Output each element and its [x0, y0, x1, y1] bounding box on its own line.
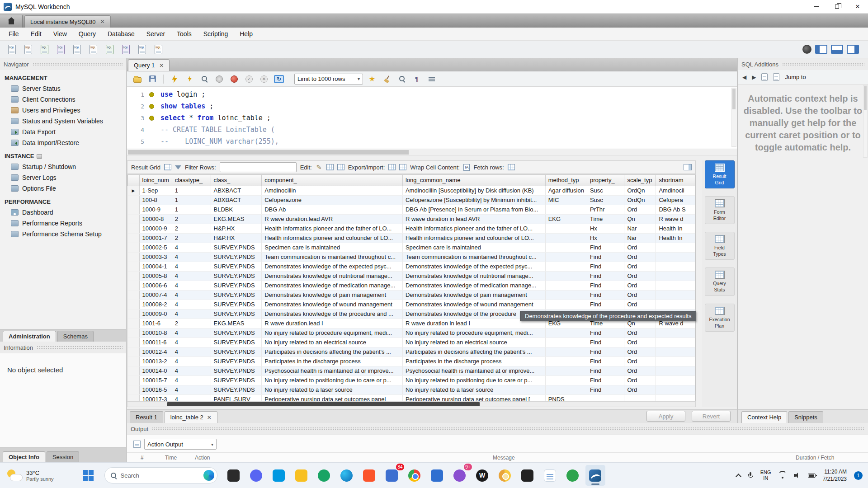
row-selector[interactable]	[128, 328, 140, 338]
tab-snippets[interactable]: Snippets	[788, 411, 823, 423]
grid-cell[interactable]: SURVEY.PNDS	[211, 338, 262, 347]
grid-cell[interactable]	[624, 394, 656, 401]
grid-cell[interactable]: Agar diffusion	[545, 186, 587, 195]
grid-cell[interactable]	[545, 385, 587, 394]
sql-additions-scrollbar[interactable]	[863, 85, 868, 158]
grid-cell[interactable]: Find	[587, 262, 624, 271]
grid-cell[interactable]: SURVEY.PNDS	[211, 262, 262, 271]
grid-cell[interactable]: Find	[587, 281, 624, 290]
sidebar-item-client-connections[interactable]: Client Connections	[0, 94, 126, 105]
grid-cell[interactable]: Ord	[624, 357, 656, 366]
filter-rows-input[interactable]	[220, 162, 297, 172]
weather-widget[interactable]: 33°C Partly sunny	[0, 463, 60, 488]
grid-cell[interactable]: SURVEY.PNDS	[211, 366, 262, 375]
grid-cell[interactable]: Amdinocil	[656, 186, 695, 195]
revert-button[interactable]: Revert	[692, 411, 731, 422]
taskbar-icon-camtasia[interactable]	[314, 465, 334, 486]
grid-cell[interactable]: SURVEY.PNDS	[211, 375, 262, 385]
clock[interactable]: 11:20 AM 7/21/2023	[823, 468, 847, 483]
code-line[interactable]: 5-- LOINC_NUM varchar(255),	[127, 136, 737, 147]
grid-cell[interactable]: DBG Ab	[262, 205, 403, 214]
save-script-icon[interactable]	[146, 74, 158, 84]
grid-cell[interactable]: Amdinocillin	[262, 186, 403, 195]
edit-record-icon[interactable]: ✎	[316, 164, 323, 170]
grid-cell[interactable]: Ord	[624, 243, 656, 252]
grid-cell[interactable]: Health informatics pioneer and the fathe…	[262, 224, 403, 233]
grid-cell[interactable]: Ord	[624, 328, 656, 338]
taskbar-icon-vscode[interactable]	[269, 465, 289, 486]
toggle-stop-on-error-icon[interactable]	[228, 74, 240, 84]
editor-vertical-scrollbar[interactable]	[731, 88, 736, 147]
grid-cell[interactable]: Ord	[624, 281, 656, 290]
close-button[interactable]: ✕	[847, 0, 868, 13]
menu-database[interactable]: Database	[102, 28, 141, 40]
sql-editor[interactable]: 1use login ;2show tables ;3select * from…	[127, 87, 737, 149]
grid-cell[interactable]: EKG	[545, 214, 587, 224]
grid-cell[interactable]: Find	[587, 357, 624, 366]
grid-cell[interactable]: Find	[587, 328, 624, 338]
grid-cell[interactable]: Health In	[656, 224, 695, 233]
grid-cell[interactable]: SURVEY.PNDS	[211, 309, 262, 319]
grid-cell[interactable]: R wave d	[656, 214, 695, 224]
query-tab[interactable]: Query 1 ✕	[128, 59, 170, 71]
grid-cell[interactable]: 100004-1	[139, 262, 172, 271]
notification-badge[interactable]: 1	[854, 471, 863, 480]
code-line[interactable]: 1use login ;	[127, 89, 737, 100]
grid-cell[interactable]: Psychosocial health is maintained at or …	[402, 366, 545, 375]
grid-cell[interactable]	[545, 205, 587, 214]
grid-cell[interactable]	[656, 252, 695, 262]
grid-cell[interactable]	[545, 300, 587, 309]
grid-cell[interactable]	[545, 366, 587, 375]
taskbar-icon-edge[interactable]	[337, 465, 357, 486]
create-view-icon[interactable]	[86, 42, 100, 56]
jump-to-label[interactable]: Jump to	[785, 74, 806, 80]
execute-query-icon[interactable]	[169, 74, 180, 84]
delete-row-icon[interactable]	[337, 164, 344, 170]
query-stats-button[interactable]: QueryStats	[705, 267, 735, 296]
grid-cell[interactable]: Ord	[624, 347, 656, 357]
grid-cell[interactable]: 2	[172, 233, 211, 243]
grid-cell[interactable]: Nar	[624, 233, 656, 243]
taskbar-icon-mail[interactable]: 84	[382, 465, 402, 486]
column-header-method-typ[interactable]: method_typ	[545, 175, 587, 186]
grid-cell[interactable]: R wave duration.lead I	[262, 319, 403, 328]
show-invisibles-icon[interactable]: ¶	[411, 74, 423, 84]
search-table-data-icon[interactable]	[135, 42, 149, 56]
grid-cell[interactable]: 4	[172, 385, 211, 394]
grid-cell[interactable]: DBG Ab S	[656, 205, 695, 214]
toggle-left-panel-icon[interactable]	[815, 45, 827, 54]
commit-icon[interactable]: ✓	[243, 74, 255, 84]
grid-cell[interactable]: 2	[172, 319, 211, 328]
language-indicator[interactable]: ENG IN	[760, 469, 771, 481]
menu-query[interactable]: Query	[73, 28, 102, 40]
stop-query-icon[interactable]	[213, 74, 225, 84]
grid-cell[interactable]: Ord	[624, 366, 656, 375]
grid-cell[interactable]: Perioperative nursing data set outcomes …	[262, 394, 403, 401]
grid-cell[interactable]: SURVEY.PNDS	[211, 328, 262, 338]
form-editor-button[interactable]: FormEditor	[705, 196, 735, 224]
sidebar-item-data-export[interactable]: Data Export	[0, 127, 126, 137]
grid-cell[interactable]	[656, 271, 695, 281]
sidebar-item-status-and-system-variables[interactable]: Status and System Variables	[0, 116, 126, 127]
grid-cell[interactable]: 4	[172, 262, 211, 271]
grid-cell[interactable]	[545, 271, 587, 281]
grid-cell[interactable]: Team communication is maintained through…	[262, 252, 403, 262]
toggle-auto-help-icon[interactable]	[773, 73, 779, 81]
grid-cell[interactable]: Amdinocillin [Susceptibility] by Disk di…	[402, 186, 545, 195]
row-selector[interactable]	[128, 290, 140, 300]
back-arrow-icon[interactable]: ◀	[742, 74, 746, 80]
grid-cell[interactable]: SURVEY.PNDS	[211, 357, 262, 366]
grid-cell[interactable]: SURVEY.PNDS	[211, 385, 262, 394]
save-snippet-icon[interactable]: ★	[366, 74, 378, 84]
grid-cell[interactable]: Find	[587, 252, 624, 262]
grid-cell[interactable]: 100012-4	[139, 347, 172, 357]
start-button[interactable]	[78, 465, 98, 486]
row-selector[interactable]	[128, 347, 140, 357]
grid-cell[interactable]: Demonstrates knowledge of wound manageme…	[402, 300, 545, 309]
grid-cell[interactable]: H&P.HX	[211, 233, 262, 243]
sidebar-item-dashboard[interactable]: Dashboard	[0, 207, 126, 218]
battery-icon[interactable]	[808, 474, 816, 478]
grid-cell[interactable]: Hx	[587, 233, 624, 243]
close-tab-icon[interactable]: ✕	[100, 19, 105, 25]
grid-cell[interactable]	[656, 366, 695, 375]
